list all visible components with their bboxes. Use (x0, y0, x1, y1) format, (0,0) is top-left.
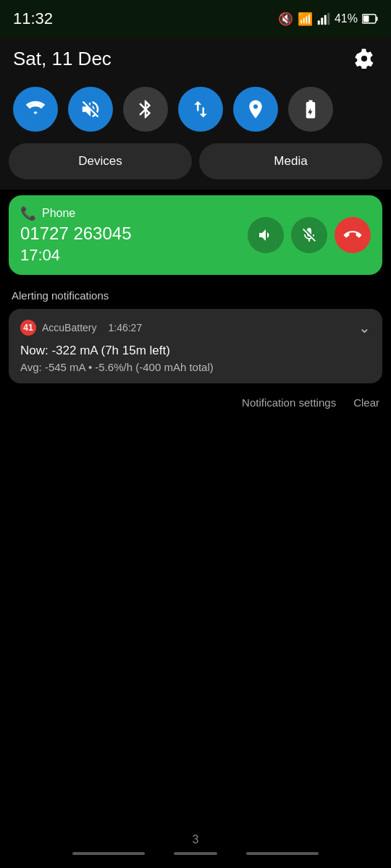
bottom-indicator: 3 (0, 833, 391, 855)
signal-icon (317, 12, 330, 25)
wifi-icon (25, 98, 46, 120)
call-actions (248, 217, 371, 253)
speaker-button[interactable] (248, 217, 284, 253)
alerting-label: Alerting notifications (0, 281, 391, 306)
bluetooth-toggle[interactable] (123, 87, 168, 132)
call-duration: 17:04 (20, 246, 132, 265)
devices-tab[interactable]: Devices (9, 143, 192, 179)
nav-bar-center (174, 852, 217, 855)
notification-settings-link[interactable]: Notification settings (242, 396, 336, 409)
accubattery-notification: 41 AccuBattery 1:46:27 ⌄ Now: -322 mA (7… (9, 309, 382, 383)
nav-bar-left (72, 852, 145, 855)
volume-off-icon (80, 98, 101, 120)
end-call-icon (340, 223, 365, 247)
expand-notification-button[interactable]: ⌄ (358, 319, 371, 336)
location-toggle[interactable] (233, 87, 278, 132)
notif-app-row: 41 AccuBattery 1:46:27 (20, 320, 142, 336)
mic-off-icon (300, 226, 318, 244)
bluetooth-icon (135, 98, 156, 120)
swap-vert-icon (190, 98, 211, 120)
nav-indicators (72, 852, 319, 855)
quick-toggles-row (0, 80, 391, 143)
svg-rect-3 (327, 13, 329, 25)
call-app-name: Phone (42, 207, 75, 220)
accubattery-icon: 41 (20, 320, 36, 336)
tab-row: Devices Media (0, 143, 391, 190)
phone-icon: 📞 (20, 205, 36, 221)
data-transfer-toggle[interactable] (178, 87, 223, 132)
battery-icon (362, 14, 378, 24)
notif-header: 41 AccuBattery 1:46:27 ⌄ (20, 319, 371, 336)
call-app-row: 📞 Phone (20, 205, 132, 221)
svg-rect-1 (321, 18, 323, 25)
call-notification: 📞 Phone 01727 263045 17:04 (9, 195, 382, 275)
nav-bar-right (246, 852, 319, 855)
notif-timestamp: 1:46:27 (108, 322, 142, 333)
battery-percent: 41% (335, 12, 358, 25)
status-icons: 🔇 📶 41% (278, 12, 378, 27)
svg-rect-5 (377, 17, 378, 21)
battery-saver-toggle[interactable] (288, 87, 333, 132)
sound-off-toggle[interactable] (68, 87, 113, 132)
media-tab[interactable]: Media (199, 143, 382, 179)
wifi-toggle[interactable] (13, 87, 58, 132)
page-number: 3 (193, 833, 199, 846)
notif-app-name: AccuBattery (42, 322, 96, 333)
status-time: 11:32 (13, 9, 53, 28)
svg-rect-0 (318, 20, 320, 25)
clear-notifications-button[interactable]: Clear (353, 396, 379, 409)
location-icon (245, 98, 266, 120)
status-bar: 11:32 🔇 📶 41% (0, 0, 391, 38)
mute-icon: 🔇 (278, 12, 293, 27)
svg-rect-2 (324, 15, 327, 25)
settings-button[interactable] (350, 45, 378, 72)
gear-icon (354, 48, 374, 69)
end-call-button[interactable] (335, 217, 371, 253)
battery-saver-icon (300, 98, 321, 120)
svg-rect-6 (363, 16, 369, 22)
call-info: 📞 Phone 01727 263045 17:04 (20, 205, 132, 265)
call-number: 01727 263045 (20, 224, 132, 244)
date-display: Sat, 11 Dec (13, 48, 112, 70)
notif-title: Now: -322 mA (7h 15m left) (20, 344, 371, 358)
notif-actions: Notification settings Clear (0, 386, 391, 419)
speaker-icon (257, 226, 274, 244)
wifi-status-icon: 📶 (298, 12, 313, 27)
date-row: Sat, 11 Dec (0, 38, 391, 80)
notif-body: Avg: -545 mA • -5.6%/h (-400 mAh total) (20, 361, 371, 373)
mute-call-button[interactable] (291, 217, 327, 253)
